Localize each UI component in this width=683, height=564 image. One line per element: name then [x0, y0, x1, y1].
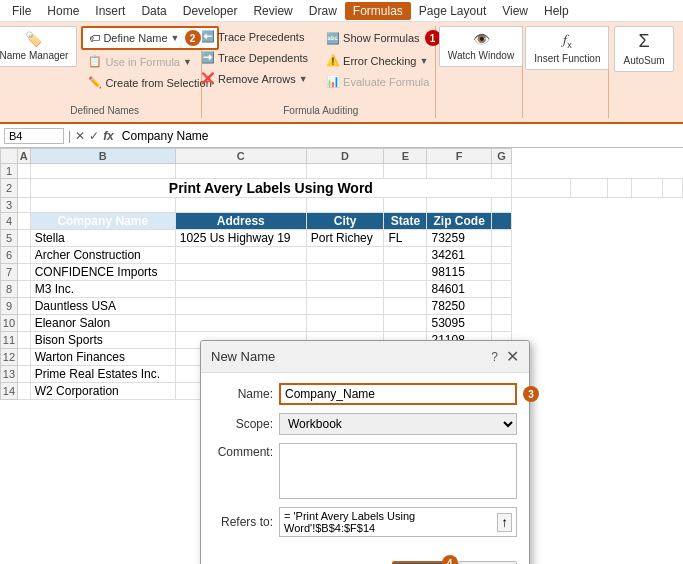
col-header-g[interactable]: G — [491, 149, 511, 164]
cell[interactable] — [663, 179, 683, 198]
cell[interactable] — [17, 213, 30, 230]
cell[interactable]: Zip Code — [427, 213, 491, 230]
cell[interactable] — [17, 198, 30, 213]
cell[interactable] — [175, 247, 306, 264]
cell[interactable]: 84601 — [427, 281, 491, 298]
cell[interactable] — [384, 298, 427, 315]
cell[interactable] — [306, 281, 384, 298]
cell[interactable] — [384, 164, 427, 179]
cell[interactable] — [570, 179, 607, 198]
cell[interactable] — [17, 383, 30, 400]
trace-precedents-button[interactable]: ⬅️ Trace Precedents — [194, 27, 315, 46]
cell[interactable] — [17, 281, 30, 298]
cell[interactable] — [384, 315, 427, 332]
table-row[interactable]: 1 — [1, 164, 683, 179]
cell[interactable] — [17, 332, 30, 349]
cell[interactable]: Print Avery Labels Using Word — [30, 179, 511, 198]
confirm-formula-icon[interactable]: ✓ — [89, 129, 99, 143]
cell[interactable]: 34261 — [427, 247, 491, 264]
cell[interactable]: Stella — [30, 230, 175, 247]
cell[interactable] — [306, 298, 384, 315]
cell[interactable] — [17, 264, 30, 281]
cell[interactable]: Eleanor Salon — [30, 315, 175, 332]
insert-function-button[interactable]: 𝑓x Insert Function — [525, 26, 609, 70]
cell[interactable] — [491, 247, 511, 264]
cell[interactable] — [306, 247, 384, 264]
cell[interactable] — [17, 164, 30, 179]
show-formulas-button[interactable]: 🔤 Show Formulas 1 — [319, 27, 447, 49]
col-header-e[interactable]: E — [384, 149, 427, 164]
dialog-help-icon[interactable]: ? — [491, 350, 498, 364]
cell[interactable]: 73259 — [427, 230, 491, 247]
cell-ref-input[interactable] — [4, 128, 64, 144]
table-row[interactable]: 6Archer Construction34261 — [1, 247, 683, 264]
cell[interactable]: Archer Construction — [30, 247, 175, 264]
table-row[interactable]: 8M3 Inc.84601 — [1, 281, 683, 298]
menu-view[interactable]: View — [494, 2, 536, 20]
cell[interactable] — [17, 349, 30, 366]
cell[interactable] — [17, 315, 30, 332]
cell[interactable]: CONFIDENCE Imports — [30, 264, 175, 281]
cell[interactable]: W2 Corporation — [30, 383, 175, 400]
cell[interactable] — [427, 164, 491, 179]
cell[interactable]: M3 Inc. — [30, 281, 175, 298]
cell[interactable]: Dauntless USA — [30, 298, 175, 315]
cell[interactable] — [491, 281, 511, 298]
cell[interactable] — [17, 366, 30, 383]
cell[interactable]: Company Name — [30, 213, 175, 230]
cell[interactable] — [491, 230, 511, 247]
cell[interactable] — [30, 164, 175, 179]
cell[interactable]: Warton Finances — [30, 349, 175, 366]
col-header-c[interactable]: C — [175, 149, 306, 164]
cell[interactable] — [30, 198, 175, 213]
table-row[interactable]: 4Company NameAddressCityStateZip Code — [1, 213, 683, 230]
cell[interactable]: 78250 — [427, 298, 491, 315]
cell[interactable] — [17, 247, 30, 264]
menu-formulas[interactable]: Formulas — [345, 2, 411, 20]
table-row[interactable]: 9Dauntless USA78250 — [1, 298, 683, 315]
cell[interactable] — [384, 281, 427, 298]
cell[interactable]: FL — [384, 230, 427, 247]
menu-home[interactable]: Home — [39, 2, 87, 20]
cell[interactable] — [17, 179, 30, 198]
cell[interactable] — [491, 298, 511, 315]
cell[interactable] — [175, 264, 306, 281]
cell[interactable] — [175, 164, 306, 179]
dialog-scope-select[interactable]: Workbook — [279, 413, 517, 435]
cell[interactable] — [512, 179, 571, 198]
table-row[interactable]: 2Print Avery Labels Using Word — [1, 179, 683, 198]
cell[interactable] — [306, 315, 384, 332]
cell[interactable] — [17, 230, 30, 247]
col-header-a[interactable]: A — [17, 149, 30, 164]
cell[interactable]: Prime Real Estates Inc. — [30, 366, 175, 383]
table-row[interactable]: 7CONFIDENCE Imports98115 — [1, 264, 683, 281]
cell[interactable]: 98115 — [427, 264, 491, 281]
autosum-button[interactable]: Σ AutoSum — [614, 26, 673, 72]
col-header-d[interactable]: D — [306, 149, 384, 164]
dialog-refers-expand-button[interactable]: ↑ — [497, 513, 512, 532]
cell[interactable] — [175, 298, 306, 315]
formula-input[interactable] — [118, 128, 679, 144]
cell[interactable]: Address — [175, 213, 306, 230]
dialog-name-input[interactable] — [279, 383, 517, 405]
cell[interactable] — [491, 198, 511, 213]
dialog-close-icon[interactable]: ✕ — [506, 347, 519, 366]
menu-draw[interactable]: Draw — [301, 2, 345, 20]
error-checking-button[interactable]: ⚠️ Error Checking ▼ — [319, 51, 447, 70]
cell[interactable]: Port Richey — [306, 230, 384, 247]
cell[interactable] — [427, 198, 491, 213]
cell[interactable]: Bison Sports — [30, 332, 175, 349]
cell[interactable] — [608, 179, 632, 198]
name-manager-button[interactable]: 🏷️ Name Manager — [0, 26, 77, 67]
cell[interactable]: State — [384, 213, 427, 230]
cell[interactable]: City — [306, 213, 384, 230]
cell[interactable] — [175, 198, 306, 213]
col-header-b[interactable]: B — [30, 149, 175, 164]
dialog-comment-input[interactable] — [279, 443, 517, 499]
evaluate-formula-button[interactable]: 📊 Evaluate Formula — [319, 72, 447, 91]
cell[interactable] — [306, 198, 384, 213]
trace-dependents-button[interactable]: ➡️ Trace Dependents — [194, 48, 315, 67]
cell[interactable] — [491, 264, 511, 281]
remove-arrows-button[interactable]: ❌ Remove Arrows ▼ — [194, 69, 315, 88]
insert-function-bar-icon[interactable]: fx — [103, 129, 114, 143]
